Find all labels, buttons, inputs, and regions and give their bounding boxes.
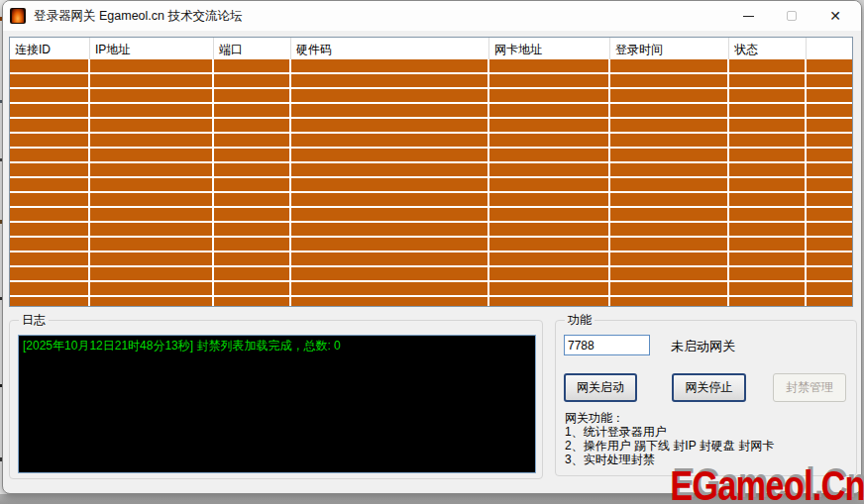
table-cell	[729, 208, 807, 221]
table-cell	[214, 59, 291, 72]
table-cell	[489, 267, 610, 280]
close-button[interactable]: ✕	[813, 1, 857, 31]
table-cell	[90, 282, 214, 295]
table-cell	[489, 119, 610, 132]
table-cell	[291, 223, 489, 236]
table-cell	[610, 149, 729, 161]
table-cell	[291, 282, 489, 295]
table-cell	[489, 149, 610, 161]
table-header: 连接ID IP地址 端口 硬件码 网卡地址 登录时间 状态	[10, 38, 852, 59]
table-row[interactable]	[10, 238, 852, 251]
table-row[interactable]	[10, 104, 852, 117]
port-input[interactable]	[564, 335, 650, 355]
table-cell	[10, 149, 90, 161]
table-cell	[214, 208, 291, 221]
log-console[interactable]: [2025年10月12日21时48分13秒] 封禁列表加载完成，总数: 0	[18, 335, 536, 473]
table-cell	[10, 59, 90, 72]
table-cell	[291, 59, 489, 72]
table-cell	[807, 193, 852, 206]
table-cell	[729, 238, 807, 251]
table-cell	[729, 252, 807, 265]
minimize-icon	[743, 16, 754, 17]
features-line: 1、统计登录器用户	[565, 425, 774, 439]
table-row[interactable]	[10, 119, 852, 132]
table-cell	[10, 163, 90, 176]
table-cell	[489, 104, 610, 117]
column-header-hardware-code[interactable]: 硬件码	[291, 38, 489, 59]
table-cell	[610, 282, 729, 295]
title-bar[interactable]: 登录器网关 Egameol.cn 技术交流论坛 ✕	[3, 1, 861, 31]
table-cell	[90, 74, 214, 87]
table-cell	[729, 74, 807, 87]
table-cell	[90, 252, 214, 265]
features-line: 网关功能：	[565, 411, 774, 425]
table-cell	[610, 208, 729, 221]
table-cell	[90, 238, 214, 251]
features-line: 2、操作用户 踢下线 封IP 封硬盘 封网卡	[565, 439, 774, 453]
column-header-connection-id[interactable]: 连接ID	[10, 38, 90, 59]
table-row[interactable]	[10, 74, 852, 87]
table-cell	[214, 119, 291, 132]
table-cell	[214, 267, 291, 280]
table-cell	[807, 149, 852, 161]
table-cell	[90, 297, 214, 307]
column-header-mac[interactable]: 网卡地址	[489, 38, 610, 59]
table-cell	[807, 297, 852, 307]
column-header-ip[interactable]: IP地址	[90, 38, 214, 59]
table-row[interactable]	[10, 149, 852, 161]
table-cell	[489, 208, 610, 221]
table-row[interactable]	[10, 134, 852, 147]
table-row[interactable]	[10, 252, 852, 265]
table-cell	[807, 134, 852, 147]
table-cell	[90, 163, 214, 176]
table-cell	[90, 134, 214, 147]
table-cell	[10, 208, 90, 221]
column-header-filler	[807, 38, 852, 59]
table-cell	[10, 223, 90, 236]
table-cell	[807, 252, 852, 265]
table-row[interactable]	[10, 208, 852, 221]
table-cell	[489, 193, 610, 206]
minimize-button[interactable]	[726, 1, 770, 31]
table-cell	[10, 134, 90, 147]
table-cell	[214, 149, 291, 161]
table-cell	[729, 163, 807, 176]
connections-table[interactable]: 连接ID IP地址 端口 硬件码 网卡地址 登录时间 状态	[9, 37, 853, 307]
table-cell	[291, 178, 489, 191]
function-group-label: 功能	[565, 313, 594, 327]
table-cell	[90, 178, 214, 191]
table-cell	[214, 104, 291, 117]
table-cell	[729, 297, 807, 307]
table-cell	[214, 89, 291, 102]
table-cell	[90, 208, 214, 221]
table-cell	[291, 297, 489, 307]
column-header-status[interactable]: 状态	[729, 38, 807, 59]
table-cell	[807, 89, 852, 102]
table-body[interactable]	[10, 59, 852, 307]
table-cell	[807, 74, 852, 87]
table-cell	[729, 267, 807, 280]
table-row[interactable]	[10, 223, 852, 236]
table-cell	[291, 252, 489, 265]
table-row[interactable]	[10, 178, 852, 191]
table-cell	[90, 267, 214, 280]
table-row[interactable]	[10, 267, 852, 280]
table-row[interactable]	[10, 163, 852, 176]
table-cell	[291, 193, 489, 206]
table-cell	[610, 59, 729, 72]
gateway-start-button[interactable]: 网关启动	[564, 373, 637, 402]
table-cell	[10, 252, 90, 265]
column-header-login-time[interactable]: 登录时间	[610, 38, 729, 59]
column-header-port[interactable]: 端口	[214, 38, 291, 59]
table-row[interactable]	[10, 59, 852, 72]
log-groupbox: 日志 [2025年10月12日21时48分13秒] 封禁列表加载完成，总数: 0	[9, 320, 543, 479]
table-row[interactable]	[10, 282, 852, 295]
table-row[interactable]	[10, 193, 852, 206]
gateway-stop-button[interactable]: 网关停止	[672, 373, 746, 402]
ban-manage-button[interactable]: 封禁管理	[773, 373, 846, 402]
table-cell	[214, 223, 291, 236]
table-row[interactable]	[10, 297, 852, 307]
table-row[interactable]	[10, 89, 852, 102]
maximize-button[interactable]	[770, 1, 813, 31]
table-cell	[610, 267, 729, 280]
